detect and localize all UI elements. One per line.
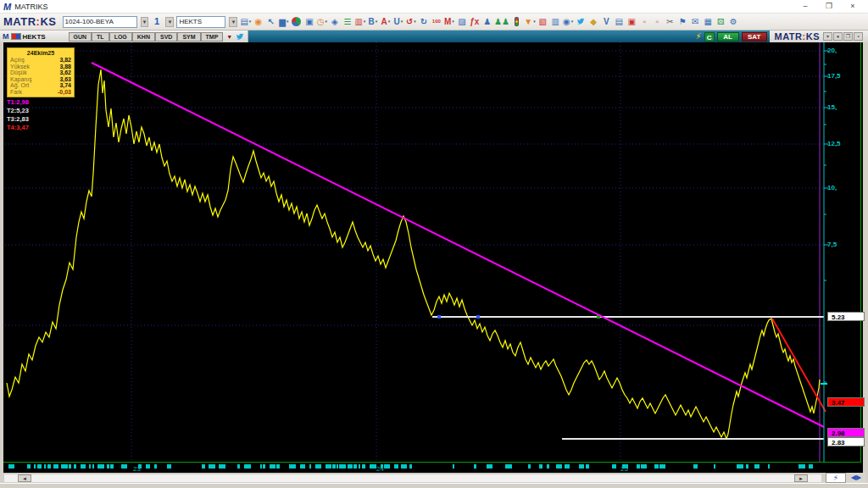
volume-tick xyxy=(768,464,770,469)
volume-tick xyxy=(61,464,68,469)
matriks-spinner-button[interactable]: ⚡ xyxy=(826,473,846,483)
chart-type-icon[interactable]: ▆▾ xyxy=(278,16,289,28)
chart-options-caret[interactable]: ▼ xyxy=(226,34,232,40)
c-button[interactable]: C xyxy=(704,32,715,42)
maximize-button[interactable]: ❐ xyxy=(817,0,841,13)
underline-icon[interactable]: U▾ xyxy=(392,16,403,28)
snapshot-2-icon[interactable]: ▫ xyxy=(652,16,663,28)
y-axis-tick-label: 12,5 xyxy=(827,140,841,147)
user-icon[interactable]: ♟ xyxy=(481,16,492,28)
volume-tick xyxy=(579,464,584,469)
viop-100-icon[interactable]: 100 xyxy=(431,16,442,28)
volume-tick xyxy=(315,464,321,469)
search-icon[interactable]: ◉▾ xyxy=(563,16,574,28)
price-box-5.23: 5.23 xyxy=(827,312,865,321)
clock-icon[interactable]: ◷▾ xyxy=(316,16,327,28)
refresh-icon[interactable]: ↺▾ xyxy=(405,16,416,28)
screen-share-icon[interactable]: ▣ xyxy=(626,16,637,28)
volume-tick xyxy=(641,464,647,469)
time-axis-strip[interactable]: 232425 xyxy=(3,463,863,473)
clipboard-icon[interactable]: ▤ xyxy=(614,16,625,28)
volume-tick xyxy=(92,464,94,469)
matriks-wordmark: MATR:KS xyxy=(3,15,57,28)
chart-button-khn[interactable]: KHN xyxy=(132,32,155,42)
matriks-m-icon[interactable]: M▾ xyxy=(443,16,454,28)
chart-dropdown-button[interactable]: ▾ xyxy=(823,32,832,41)
save-icon[interactable]: ▤▾ xyxy=(240,16,251,28)
chart-symbol-label: HEKTS xyxy=(23,33,67,41)
chart-button-tmp[interactable]: TMP xyxy=(201,32,224,42)
scroll-right-button[interactable]: ► xyxy=(794,474,808,482)
chart-button-svd[interactable]: SVD xyxy=(155,32,177,42)
volume-tick xyxy=(474,464,476,469)
symbol-combobox[interactable]: HEKTS xyxy=(176,16,225,28)
twitter-icon[interactable] xyxy=(576,16,587,28)
chart-button-log[interactable]: LOG xyxy=(109,32,132,42)
settings-gears-icon[interactable]: ⚙ xyxy=(728,16,739,28)
volume-tick xyxy=(167,464,171,469)
volume-tick xyxy=(809,464,813,469)
chart-button-tl[interactable]: TL xyxy=(92,32,109,42)
gold-badge-icon[interactable]: ◆ xyxy=(588,16,599,28)
line-handle[interactable] xyxy=(476,315,480,319)
chart-pin-button[interactable]: ● xyxy=(833,32,843,41)
agenda-icon[interactable]: ▥▾ xyxy=(354,16,365,28)
v-letter-icon[interactable]: V xyxy=(601,16,612,28)
x-axis-year-label: 25 xyxy=(620,465,628,473)
workspace-combo-caret[interactable]: ▼ xyxy=(141,17,149,27)
turkish-flag-icon xyxy=(11,33,21,40)
buy-button[interactable]: AL xyxy=(717,32,739,42)
function-fx-icon[interactable]: ƒx xyxy=(469,16,480,28)
screen-panel-icon[interactable]: ▣ xyxy=(303,16,314,28)
info-row: Düşük3,62 xyxy=(10,69,71,76)
mini-chart-icon[interactable]: ▨ xyxy=(456,16,467,28)
volume-tick xyxy=(659,464,665,469)
reload-icon[interactable]: ↻ xyxy=(418,16,429,28)
volume-tick xyxy=(754,464,760,469)
minimize-button[interactable]: – xyxy=(793,0,817,13)
alarm-icon[interactable]: ⚑ xyxy=(677,16,688,28)
chart-button-gun[interactable]: GUN xyxy=(69,32,92,42)
chart-restore-button[interactable]: ❐ xyxy=(843,32,853,41)
period-combo-caret[interactable]: ▼ xyxy=(165,17,174,27)
volume-tick xyxy=(746,464,748,469)
calculator-icon[interactable]: ▦ xyxy=(703,16,714,28)
snapshot-icon[interactable]: ▫ xyxy=(639,16,650,28)
volume-tick xyxy=(8,464,14,469)
bold-icon[interactable]: B▾ xyxy=(367,16,378,28)
mail-icon[interactable]: ✉ xyxy=(690,16,701,28)
documents-icon[interactable]: ▧ xyxy=(537,16,548,28)
t-level-label: T1:2,98 xyxy=(7,98,29,107)
chart-page-nav-arrows[interactable]: ◀▶ xyxy=(846,473,866,483)
horizontal-scrollbar[interactable]: ◄ ► xyxy=(3,474,822,483)
close-button[interactable]: × xyxy=(841,0,865,13)
realtime-lightning-icon: ⚡ xyxy=(696,31,702,42)
annotation-icon[interactable]: A▾ xyxy=(380,16,391,28)
period-selector[interactable]: 1 xyxy=(151,16,162,28)
handshake-icon[interactable]: ◈ xyxy=(329,16,340,28)
red-downtrend-line[interactable] xyxy=(772,319,826,412)
chart-button-sym[interactable]: SYM xyxy=(177,32,200,42)
sell-button[interactable]: SAT xyxy=(742,32,767,42)
line-handle[interactable] xyxy=(437,315,441,319)
cursor-icon[interactable]: ↖ xyxy=(265,16,276,28)
volume-tick xyxy=(69,464,71,469)
volume-tick xyxy=(487,464,492,469)
zoom-icon[interactable]: ◉ xyxy=(253,16,264,28)
pie-chart-icon[interactable] xyxy=(291,16,302,28)
dice-icon[interactable]: ⚄ xyxy=(715,16,726,28)
scroll-left-button[interactable]: ◄ xyxy=(18,474,31,482)
volume-tick xyxy=(654,464,659,469)
volume-tick xyxy=(362,464,365,469)
volume-tick xyxy=(332,464,336,469)
workspace-combobox[interactable]: 1024-100-BEYA xyxy=(63,16,137,28)
cut-icon[interactable]: ✂ xyxy=(665,16,676,28)
volume-tick xyxy=(309,464,311,469)
users-group-icon[interactable]: ♟♟ xyxy=(494,16,509,28)
traffic-light-icon[interactable] xyxy=(511,16,522,28)
depth-rows-icon[interactable]: ☰ xyxy=(342,16,353,28)
notes-icon[interactable]: ▥ xyxy=(550,16,561,28)
chart-close-button[interactable]: ▪ xyxy=(854,32,863,41)
download-box-icon[interactable]: ▼▾ xyxy=(524,16,535,28)
symbol-combo-caret[interactable]: ▼ xyxy=(229,17,237,27)
